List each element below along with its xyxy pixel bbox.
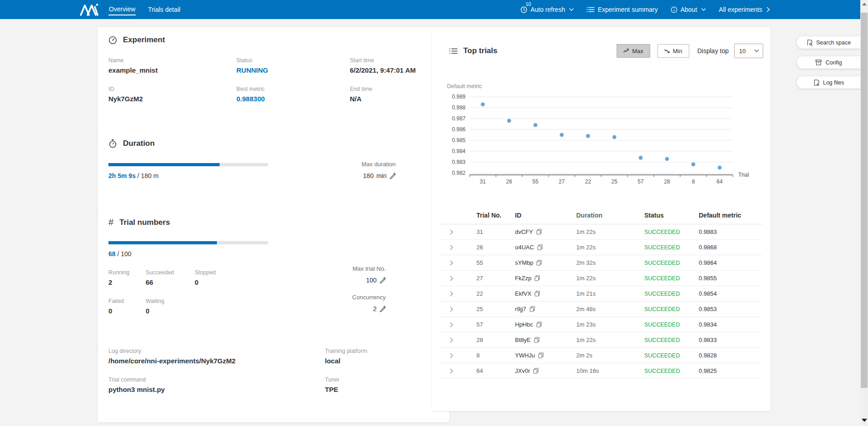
copy-icon[interactable] — [534, 337, 539, 343]
about-menu[interactable]: About — [671, 6, 706, 13]
copy-icon[interactable] — [536, 229, 542, 235]
table-row: 26 o4UAC 1m 22s SUCCEEDED 0.9868 — [440, 240, 762, 255]
max-duration-unit: min — [376, 172, 387, 179]
gauge-icon — [108, 36, 117, 45]
default-metric-chart: Default metric0.9890.9880.9870.9860.9850… — [442, 81, 760, 190]
all-experiments-label: All experiments — [719, 6, 762, 13]
cell-trial-id: HpHbc — [515, 321, 533, 328]
expand-row-chevron-icon[interactable] — [440, 260, 463, 266]
copy-icon[interactable] — [535, 275, 540, 281]
cell-trial-id: YWHJu — [515, 352, 535, 359]
table-row: 27 FkZzp 1m 22s SUCCEEDED 0.9855 — [440, 271, 762, 286]
copy-icon[interactable] — [538, 352, 544, 358]
copy-icon[interactable] — [536, 260, 542, 266]
cell-status: SUCCEEDED — [640, 306, 694, 312]
nav-tab-trials-detail[interactable]: Trials detail — [147, 5, 181, 15]
cell-default-metric: 0.9855 — [694, 275, 762, 282]
x-tick-label: 55 — [532, 178, 539, 185]
x-tick-label: 22 — [585, 178, 591, 185]
cell-default-metric: 0.9828 — [694, 352, 762, 359]
field-training-platform: Training platform local — [325, 348, 438, 365]
max-duration-label: Max duration — [362, 161, 396, 168]
x-tick-label: 27 — [559, 178, 565, 185]
search-space-button[interactable]: Search space — [797, 36, 861, 49]
stat-waiting: Waiting 0 — [146, 298, 195, 315]
max-toggle-button[interactable]: Max — [617, 44, 650, 58]
cell-trial-no: 8 — [463, 352, 510, 359]
cell-default-metric: 0.9854 — [694, 290, 762, 297]
cell-status: SUCCEEDED — [640, 352, 694, 359]
display-top-label: Display top — [697, 47, 729, 54]
y-tick-label: 0.985 — [452, 137, 466, 144]
nav-tab-overview[interactable]: Overview — [108, 4, 136, 15]
config-button[interactable]: Config — [797, 56, 861, 69]
expand-row-chevron-icon[interactable] — [440, 322, 463, 327]
scrollbar-thumb[interactable] — [861, 13, 868, 388]
expand-row-chevron-icon[interactable] — [440, 276, 463, 281]
expand-row-chevron-icon[interactable] — [440, 353, 463, 358]
data-point — [691, 162, 696, 166]
copy-icon[interactable] — [537, 244, 543, 250]
data-point — [481, 102, 485, 106]
archive-box-icon — [815, 59, 822, 65]
min-toggle-button[interactable]: Min — [657, 44, 689, 58]
top-trials-table: Trial No. ID Duration Status Default met… — [440, 207, 762, 379]
x-tick-label: 64 — [716, 178, 723, 185]
copy-icon[interactable] — [535, 291, 540, 297]
x-tick-label: 31 — [480, 178, 486, 185]
expand-row-chevron-icon[interactable] — [440, 307, 463, 312]
all-experiments-link[interactable]: All experiments — [719, 6, 770, 13]
max-duration-value: 180 — [363, 172, 373, 179]
experiment-summary-button[interactable]: Experiment summary — [587, 6, 657, 13]
vertical-scrollbar[interactable] — [860, 0, 868, 426]
y-tick-label: 0.989 — [452, 94, 466, 100]
trials-progress-bar — [108, 241, 268, 244]
experiment-info-card: Log directory /home/core/nni-experiments… — [98, 340, 449, 422]
search-space-label: Search space — [816, 40, 851, 46]
cell-status: SUCCEEDED — [640, 260, 694, 266]
field-trial-command: Trial command python3 mnist.py — [108, 376, 325, 393]
field-end-time: End time N/A — [350, 86, 438, 103]
edit-max-duration-pencil-icon[interactable] — [389, 173, 396, 179]
expand-row-chevron-icon[interactable] — [440, 337, 463, 343]
data-point — [613, 135, 617, 139]
copy-icon[interactable] — [536, 322, 542, 327]
expand-row-chevron-icon[interactable] — [440, 368, 463, 374]
expand-row-chevron-icon[interactable] — [440, 291, 463, 297]
trial-numbers-card: # Trial numbers 68 / 100 Running 2 Succe… — [98, 209, 449, 351]
auto-refresh-menu[interactable]: 10 Auto refresh — [520, 6, 574, 13]
display-top-dropdown[interactable]: 10 — [734, 44, 763, 58]
scrollbar-up-arrow-icon[interactable] — [862, 3, 867, 5]
nni-logo-icon[interactable] — [79, 3, 100, 16]
expand-row-chevron-icon[interactable] — [440, 245, 463, 250]
copy-icon[interactable] — [533, 368, 539, 374]
y-tick-label: 0.984 — [452, 148, 466, 154]
log-files-button[interactable]: Log files — [797, 76, 861, 89]
x-tick-label: 57 — [638, 178, 644, 185]
max-duration-block: Max duration 180 min — [362, 161, 396, 179]
copy-icon[interactable] — [530, 306, 535, 312]
edit-concurrency-pencil-icon[interactable] — [379, 306, 386, 312]
cell-status: SUCCEEDED — [640, 229, 694, 235]
cell-status: SUCCEEDED — [640, 291, 694, 297]
scrollbar-down-arrow-icon[interactable] — [862, 419, 867, 422]
cell-default-metric: 0.9868 — [694, 244, 762, 251]
data-point — [665, 157, 669, 161]
data-point — [639, 156, 643, 160]
experiment-card: Experiment Name example_mnist Status RUN… — [98, 27, 449, 142]
table-row: 64 JXv0r 10m 16s SUCCEEDED 0.9825 — [440, 363, 762, 379]
duration-card-title: Duration — [123, 139, 155, 148]
cell-trial-no: 25 — [463, 306, 510, 312]
config-label: Config — [825, 59, 842, 66]
col-header-id: ID — [510, 212, 572, 219]
duration-progress-fill — [108, 163, 220, 166]
cell-trial-no: 28 — [463, 337, 510, 343]
edit-max-trial-pencil-icon[interactable] — [379, 277, 386, 283]
expand-row-chevron-icon[interactable] — [440, 229, 463, 235]
concurrency-label: Concurrency — [352, 294, 386, 301]
cell-status: SUCCEEDED — [640, 368, 694, 374]
duration-card: Duration 2h 5m 9s / 180 m Max duration 1… — [98, 131, 449, 220]
topbar: Overview Trials detail 10 Auto refresh — [0, 0, 868, 19]
table-row: 25 r9jj7 2m 48s SUCCEEDED 0.9853 — [440, 302, 762, 317]
cell-trial-no: 55 — [463, 259, 510, 266]
